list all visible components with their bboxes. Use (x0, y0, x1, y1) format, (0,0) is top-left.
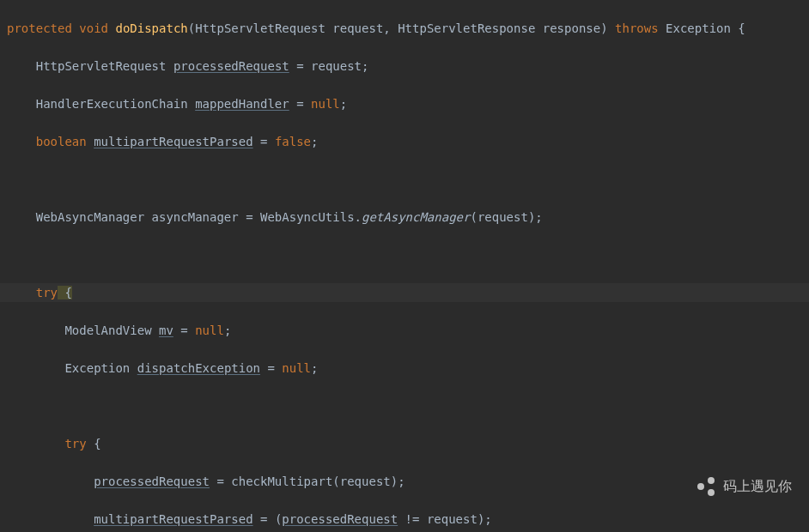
keyword-void: void (79, 21, 108, 35)
wechat-icon (696, 475, 718, 498)
code-line: HandlerExecutionChain mappedHandler = nu… (0, 94, 809, 113)
code-line: WebAsyncManager asyncManager = WebAsyncU… (0, 208, 809, 227)
method-name: doDispatch (115, 21, 187, 35)
keyword-try: try (36, 286, 58, 299)
code-line: processedRequest = checkMultipart(reques… (0, 472, 809, 491)
code-line: boolean multipartRequestParsed = false; (0, 132, 809, 151)
keyword-throws: throws (615, 21, 659, 35)
code-line-highlighted: try { (0, 283, 809, 302)
code-editor: protected void doDispatch(HttpServletReq… (0, 0, 809, 532)
keyword-protected: protected (7, 21, 72, 35)
keyword-try: try (64, 437, 86, 450)
var-dispatchException: dispatchException (137, 361, 260, 375)
code-line: try { (0, 434, 809, 453)
method-params: (HttpServletRequest request, HttpServlet… (188, 21, 608, 35)
code-line (0, 245, 809, 264)
code-line: Exception dispatchException = null; (0, 359, 809, 378)
var-mappedHandler: mappedHandler (195, 97, 289, 111)
var-multipartRequestParsed: multipartRequestParsed (94, 135, 252, 148)
code-line: multipartRequestParsed = (processedReque… (0, 510, 809, 529)
var-mv: mv (159, 323, 173, 337)
watermark-text: 码上遇见你 (723, 477, 792, 496)
code-line: ModelAndView mv = null; (0, 321, 809, 340)
static-method: getAsyncManager (362, 210, 470, 224)
exception-decl: Exception { (666, 21, 745, 35)
code-line (0, 170, 809, 189)
code-line: protected void doDispatch(HttpServletReq… (0, 19, 809, 38)
code-line (0, 396, 809, 415)
watermark: 码上遇见你 (696, 475, 792, 498)
var-processedRequest: processedRequest (173, 59, 289, 73)
code-line: HttpServletRequest processedRequest = re… (0, 57, 809, 76)
